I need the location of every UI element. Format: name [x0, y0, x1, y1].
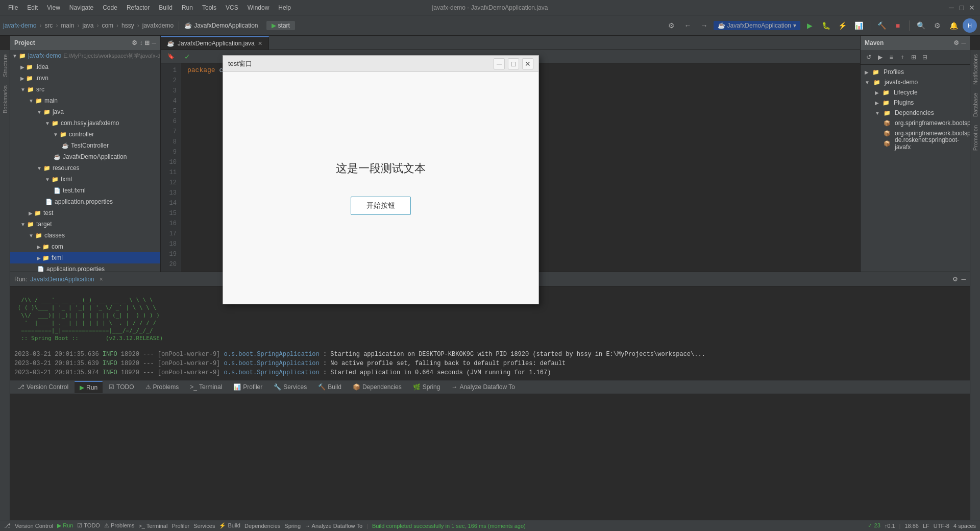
- maven-dependencies[interactable]: ▼ 📁 Dependencies: [861, 108, 970, 118]
- editor-check-btn[interactable]: ✓: [180, 50, 194, 64]
- run-status-btn[interactable]: ▶ Run: [57, 522, 73, 529]
- maven-project[interactable]: ▼ 📁 javafx-demo: [861, 77, 970, 87]
- promotion-tab[interactable]: Promotion: [971, 121, 979, 155]
- encoding[interactable]: UTF-8: [934, 523, 949, 529]
- tab-dependencies[interactable]: 📦Dependencies: [348, 381, 407, 393]
- tree-testfxml[interactable]: 📄 test.fxml: [10, 185, 160, 196]
- maven-plugins[interactable]: ▶ 📁 Plugins: [861, 98, 970, 108]
- indent[interactable]: 4 spaces: [953, 523, 976, 529]
- project-selector[interactable]: javafx-demo: [3, 22, 36, 29]
- run-settings-btn[interactable]: ⚙: [952, 276, 958, 283]
- profile-button[interactable]: 📊: [851, 18, 866, 33]
- menu-window[interactable]: Window: [243, 3, 274, 12]
- maven-dep3[interactable]: 📦 de.roskenet:springboot-javafx: [861, 138, 970, 149]
- build-button[interactable]: 🔨: [874, 18, 889, 33]
- menu-edit[interactable]: Edit: [23, 3, 42, 12]
- menu-tools[interactable]: Tools: [198, 3, 220, 12]
- todo-status-btn[interactable]: ☑ TODO: [77, 522, 100, 529]
- tree-classes[interactable]: ▼ 📁 classes: [10, 230, 160, 241]
- tab-version-control[interactable]: ⎇Version Control: [12, 381, 74, 393]
- tree-appprop[interactable]: 📄 application.properties: [10, 196, 160, 207]
- run-config-button[interactable]: ⚙: [665, 18, 679, 33]
- run-button[interactable]: ▶: [802, 18, 817, 33]
- breadcrumb-pkg[interactable]: javafxdemo: [142, 22, 174, 29]
- maven-dep1[interactable]: 📦 org.springframework.bootsp...: [861, 118, 970, 128]
- menu-code[interactable]: Code: [99, 3, 121, 12]
- tree-controller[interactable]: ▼ 📁 controller: [10, 129, 160, 140]
- tab-problems[interactable]: ⚠Problems: [140, 381, 184, 393]
- breadcrumb-com[interactable]: com: [102, 22, 113, 29]
- menu-vcs[interactable]: VCS: [222, 3, 242, 12]
- maven-lifecycle[interactable]: ▶ 📁 Lifecycle: [861, 87, 970, 98]
- tab-close-btn[interactable]: ✕: [258, 40, 262, 47]
- database-tab[interactable]: Database: [971, 89, 979, 121]
- maven-minimize-btn[interactable]: ─: [961, 39, 966, 46]
- breadcrumb-main[interactable]: main: [61, 22, 74, 29]
- tree-testcontroller[interactable]: ☕ TestController: [10, 140, 160, 151]
- tree-java[interactable]: ▼ 📁 java: [10, 106, 160, 117]
- tree-com[interactable]: ▶ 📁 com: [10, 241, 160, 252]
- start-tab[interactable]: ▶ start: [266, 21, 295, 30]
- coverage-button[interactable]: ⚡: [835, 18, 849, 33]
- menu-refactor[interactable]: Refactor: [122, 3, 154, 12]
- debug-button[interactable]: 🐛: [819, 18, 833, 33]
- structure-tab[interactable]: Structure: [1, 50, 9, 81]
- spring-status-btn[interactable]: Spring: [284, 523, 301, 529]
- tab-services[interactable]: 🔧Services: [268, 381, 312, 393]
- tree-root[interactable]: ▼ 📁 javafx-demo E:\MyProjects\workspace\…: [10, 50, 160, 61]
- tree-mvn[interactable]: ▶ 📁 .mvn: [10, 73, 160, 84]
- tree-fxml-target[interactable]: ▶ 📁 fxml: [10, 252, 160, 263]
- tab-profiler[interactable]: 📊Profiler: [228, 381, 267, 393]
- overlay-minimize-btn[interactable]: ─: [494, 58, 505, 69]
- run-minimize-btn[interactable]: ─: [961, 276, 966, 283]
- git-count[interactable]: ✓ 23: [868, 522, 880, 529]
- overlay-close-btn[interactable]: ✕: [522, 58, 533, 69]
- breadcrumb-java[interactable]: java: [82, 22, 93, 29]
- git-count2[interactable]: ↑0.1: [885, 523, 895, 529]
- menu-help[interactable]: Help: [274, 3, 295, 12]
- back-button[interactable]: ←: [681, 18, 695, 33]
- profiler-status-btn[interactable]: Profiler: [172, 523, 189, 529]
- build-status-btn[interactable]: ⚡ Build: [219, 522, 240, 529]
- maven-reload-btn[interactable]: ↺: [864, 52, 874, 62]
- project-sort-btn[interactable]: ↕: [139, 39, 142, 46]
- dependencies-status-btn[interactable]: Dependencies: [244, 523, 280, 529]
- maven-run-btn[interactable]: ▶: [875, 52, 885, 62]
- tree-resources[interactable]: ▼ 📁 resources: [10, 162, 160, 174]
- tree-pkg[interactable]: ▼ 📁 com.hssy.javafxdemo: [10, 117, 160, 129]
- overlay-maximize-btn[interactable]: □: [508, 58, 519, 69]
- maximize-button[interactable]: □: [958, 4, 966, 12]
- forward-button[interactable]: →: [697, 18, 712, 33]
- problems-status-btn[interactable]: ⚠ Problems: [104, 522, 135, 529]
- version-control-btn[interactable]: Version Control: [15, 523, 53, 529]
- tab-run[interactable]: ▶Run: [75, 381, 103, 393]
- editor-bookmark-btn[interactable]: 🔖: [164, 50, 178, 64]
- notifications-side-tab[interactable]: Notifications: [971, 50, 979, 89]
- breadcrumb-src[interactable]: src: [44, 22, 53, 29]
- tree-test[interactable]: ▶ 📁 test: [10, 207, 160, 219]
- tree-appprop2[interactable]: 📄 application.properties: [10, 263, 160, 272]
- minimize-button[interactable]: ─: [947, 4, 955, 12]
- line-col[interactable]: 18:86: [904, 523, 919, 529]
- line-sep[interactable]: LF: [923, 523, 929, 529]
- tree-idea[interactable]: ▶ 📁 .idea: [10, 61, 160, 73]
- services-status-btn[interactable]: Services: [193, 523, 215, 529]
- terminal-status-btn[interactable]: >_ Terminal: [138, 523, 167, 529]
- menu-build[interactable]: Build: [155, 3, 177, 12]
- menu-navigate[interactable]: Navigate: [65, 3, 97, 12]
- maven-collapse-btn[interactable]: ⊟: [920, 52, 930, 62]
- maven-plus-btn[interactable]: +: [897, 52, 908, 62]
- run-app-selector[interactable]: ☕ JavafxDemoApplication ▾: [714, 21, 800, 30]
- overlay-start-button[interactable]: 开始按钮: [351, 197, 411, 215]
- notifications-button[interactable]: 🔔: [946, 18, 961, 33]
- tab-dataflow[interactable]: →Analyze Dataflow To: [446, 381, 520, 393]
- maven-expand-btn[interactable]: ⊞: [909, 52, 919, 62]
- settings-button[interactable]: ⚙: [930, 18, 944, 33]
- dataflow-status-btn[interactable]: → Analyze Dataflow To: [305, 523, 362, 529]
- close-button[interactable]: ✕: [968, 4, 976, 12]
- tab-spring[interactable]: 🌿Spring: [408, 381, 446, 393]
- menu-run[interactable]: Run: [178, 3, 197, 12]
- maven-profiles[interactable]: ▶ 📁 Profiles: [861, 67, 970, 77]
- maven-phases-btn[interactable]: ≡: [886, 52, 896, 62]
- menu-file[interactable]: File: [4, 3, 22, 12]
